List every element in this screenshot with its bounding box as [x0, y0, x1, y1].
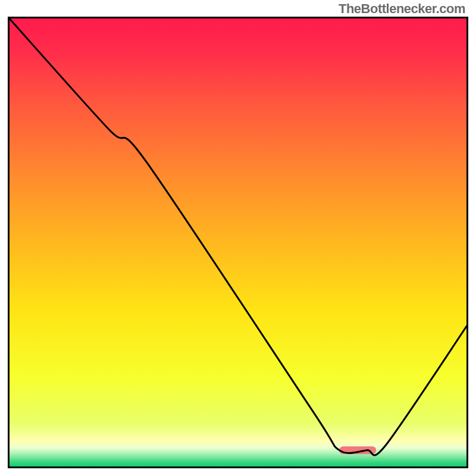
- bottleneck-curve-chart: [8, 17, 468, 468]
- chart-svg: [8, 17, 468, 468]
- gradient-background: [8, 17, 468, 468]
- attribution-label: TheBottlenecker.com: [339, 1, 465, 17]
